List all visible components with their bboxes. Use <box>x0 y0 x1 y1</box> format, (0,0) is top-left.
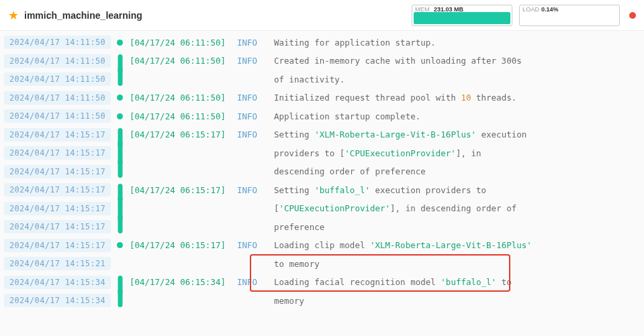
dot-icon <box>117 95 123 101</box>
log-message: providers to ['CPUExecutionProvider'], i… <box>274 148 640 158</box>
log-message-highlight: 'XLM-Roberta-Large-Vit-B-16Plus' <box>370 240 532 250</box>
log-line[interactable]: 2024/04/17 14:15:34memory <box>4 292 640 310</box>
timestamp-local: 2024/04/17 14:11:50 <box>4 54 111 68</box>
marker-col <box>111 292 130 310</box>
log-message: Loading clip model 'XLM-Roberta-Large-Vi… <box>274 240 640 250</box>
log-line[interactable]: 2024/04/17 14:15:17preference <box>4 218 640 236</box>
level-col: INFO <box>237 93 274 103</box>
log-message-text: Setting <box>274 129 314 139</box>
log-message: preference <box>274 222 640 232</box>
log-line[interactable]: 2024/04/17 14:11:50[04/17/24 06:11:50]IN… <box>4 89 640 107</box>
log-message: Created in-memory cache with unloading a… <box>274 56 640 66</box>
log-line[interactable]: 2024/04/17 14:11:50[04/17/24 06:11:50]IN… <box>4 107 640 125</box>
log-level: INFO <box>237 111 257 121</box>
level-col: INFO <box>237 38 274 48</box>
log-level: INFO <box>237 185 257 195</box>
log-message-text: Waiting for application startup. <box>274 38 436 48</box>
log-line[interactable]: 2024/04/17 14:11:50[04/17/24 06:11:50]IN… <box>4 52 640 70</box>
log-message: Loading facial recognition model 'buffal… <box>274 277 640 287</box>
star-icon[interactable]: ★ <box>8 8 19 23</box>
timestamp-source: [04/17/24 06:15:17] <box>130 185 226 195</box>
timestamp-source-col: [04/17/24 06:15:17] <box>130 240 237 250</box>
container-title: immich_machine_learning <box>24 10 405 21</box>
marker-col <box>111 52 130 70</box>
status-dot-icon[interactable] <box>629 12 636 19</box>
load-bar <box>521 12 618 24</box>
timestamp-local: 2024/04/17 14:15:17 <box>4 165 111 178</box>
log-message-text: Created in-memory cache with unloading a… <box>274 56 522 66</box>
log-level: INFO <box>237 93 257 103</box>
log-level: INFO <box>237 56 257 66</box>
log-message-text: Initialized request thread pool with <box>274 93 461 103</box>
log-message: Setting 'XLM-Roberta-Large-Vit-B-16Plus'… <box>274 129 640 139</box>
log-message: Application startup complete. <box>274 111 640 121</box>
log-line[interactable]: 2024/04/17 14:15:17[04/17/24 06:15:17]IN… <box>4 126 640 144</box>
log-line[interactable]: 2024/04/17 14:15:17[04/17/24 06:15:17]IN… <box>4 237 640 255</box>
timestamp-source: [04/17/24 06:15:17] <box>130 129 226 139</box>
log-line[interactable]: 2024/04/17 14:15:17descending order of p… <box>4 163 640 181</box>
marker-col <box>111 34 130 52</box>
marker-col <box>111 255 130 273</box>
timestamp-source-col: [04/17/24 06:11:50] <box>130 111 237 121</box>
log-message-text: execution <box>476 129 526 139</box>
log-message: memory <box>274 296 640 306</box>
marker-col <box>111 70 130 89</box>
log-message: Setting 'buffalo_l' execution providers … <box>274 185 640 195</box>
marker-col <box>111 144 130 162</box>
log-message-text: threads. <box>471 93 516 103</box>
header: ★ immich_machine_learning MEM 231.03 MB … <box>0 0 644 31</box>
timestamp-source-col: [04/17/24 06:15:17] <box>130 129 237 139</box>
log-message-highlight: 10 <box>461 93 471 103</box>
group-bar-icon <box>118 68 122 85</box>
timestamp-local: 2024/04/17 14:15:17 <box>4 239 111 252</box>
log-line[interactable]: 2024/04/17 14:15:17providers to ['CPUExe… <box>4 144 640 162</box>
log-message-text: providers to [ <box>274 148 344 158</box>
level-col: INFO <box>237 277 274 287</box>
timestamp-source: [04/17/24 06:11:50] <box>130 38 226 48</box>
log-message-highlight: 'XLM-Roberta-Large-Vit-B-16Plus' <box>314 129 476 139</box>
log-level: INFO <box>237 277 257 287</box>
load-stat: LOAD 0.14% <box>519 5 620 26</box>
log-message-text: Loading clip model <box>274 240 370 250</box>
group-bar-icon <box>118 161 122 178</box>
log-area: 2024/04/17 14:11:50[04/17/24 06:11:50]IN… <box>0 31 644 313</box>
log-line[interactable]: 2024/04/17 14:15:21to memory <box>4 255 640 273</box>
log-message-highlight: 'buffalo_l' <box>314 185 370 195</box>
log-line[interactable]: 2024/04/17 14:11:50of inactivity. <box>4 70 640 89</box>
dot-icon <box>117 113 123 119</box>
mem-stat: MEM 231.03 MB <box>412 5 512 26</box>
timestamp-local: 2024/04/17 14:15:34 <box>4 294 111 307</box>
timestamp-source-col: [04/17/24 06:11:50] <box>130 38 237 48</box>
log-level: INFO <box>237 129 257 139</box>
timestamp-local: 2024/04/17 14:15:17 <box>4 128 111 142</box>
log-message-text: Loading facial recognition model <box>274 277 441 287</box>
log-line[interactable]: 2024/04/17 14:15:17[04/17/24 06:15:17]IN… <box>4 181 640 199</box>
marker-col <box>111 181 130 199</box>
log-line[interactable]: 2024/04/17 14:15:17['CPUExecutionProvide… <box>4 200 640 218</box>
marker-col <box>111 89 130 107</box>
marker-col <box>111 200 130 218</box>
log-message-highlight: 'buffalo_l' <box>441 277 496 287</box>
timestamp-local: 2024/04/17 14:15:21 <box>4 257 111 270</box>
timestamp-local: 2024/04/17 14:11:50 <box>4 72 111 86</box>
timestamp-local: 2024/04/17 14:15:17 <box>4 146 111 160</box>
log-message: Initialized request thread pool with 10 … <box>274 93 640 103</box>
log-line[interactable]: 2024/04/17 14:11:50[04/17/24 06:11:50]IN… <box>4 34 640 52</box>
timestamp-source: [04/17/24 06:15:34] <box>130 277 226 287</box>
log-message-highlight: 'CPUExecutionProvider' <box>279 203 391 213</box>
log-message-text: ], in descending order of <box>390 203 516 213</box>
timestamp-source: [04/17/24 06:11:50] <box>130 111 226 121</box>
group-bar-icon <box>118 290 122 306</box>
timestamp-source: [04/17/24 06:11:50] <box>130 56 226 66</box>
timestamp-source-col: [04/17/24 06:11:50] <box>130 93 237 103</box>
log-message: to memory <box>274 259 640 269</box>
timestamp-local: 2024/04/17 14:11:50 <box>4 109 111 123</box>
level-col: INFO <box>237 240 274 250</box>
log-message-text: [ <box>274 203 279 213</box>
log-message-text: Application startup complete. <box>274 111 420 121</box>
timestamp-source: [04/17/24 06:11:50] <box>130 93 226 103</box>
log-message-text: to memory <box>274 259 320 269</box>
timestamp-local: 2024/04/17 14:15:17 <box>4 220 111 233</box>
timestamp-local: 2024/04/17 14:15:34 <box>4 276 111 289</box>
log-line[interactable]: 2024/04/17 14:15:34[04/17/24 06:15:34]IN… <box>4 274 640 292</box>
